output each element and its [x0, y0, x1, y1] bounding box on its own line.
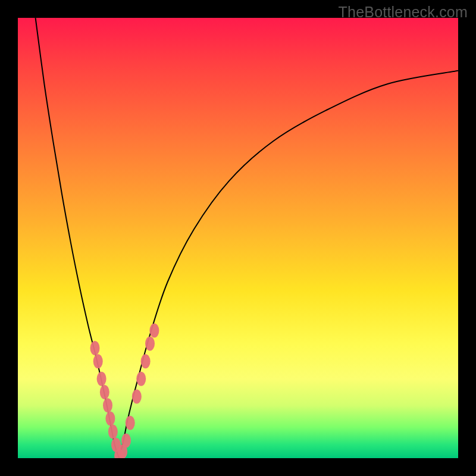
marker-point: [103, 398, 112, 412]
marker-point: [149, 323, 159, 337]
marker-point: [136, 372, 146, 386]
marker-point: [108, 425, 118, 439]
marker-point: [100, 385, 109, 399]
marker-point: [141, 354, 151, 368]
right-branch-curve: [119, 71, 458, 458]
curve-layer: [18, 18, 458, 458]
marker-point: [145, 337, 155, 351]
marker-point: [97, 372, 107, 386]
marker-point: [90, 341, 100, 355]
marker-point: [126, 416, 135, 430]
marker-point: [132, 389, 142, 403]
chart-frame: TheBottleneck.com: [0, 0, 476, 476]
marker-point: [105, 411, 115, 425]
marker-point: [121, 433, 131, 447]
marker-point: [93, 354, 103, 368]
marker-cluster: [90, 323, 159, 458]
attribution-text: TheBottleneck.com: [339, 4, 468, 21]
plot-area: [18, 18, 458, 458]
